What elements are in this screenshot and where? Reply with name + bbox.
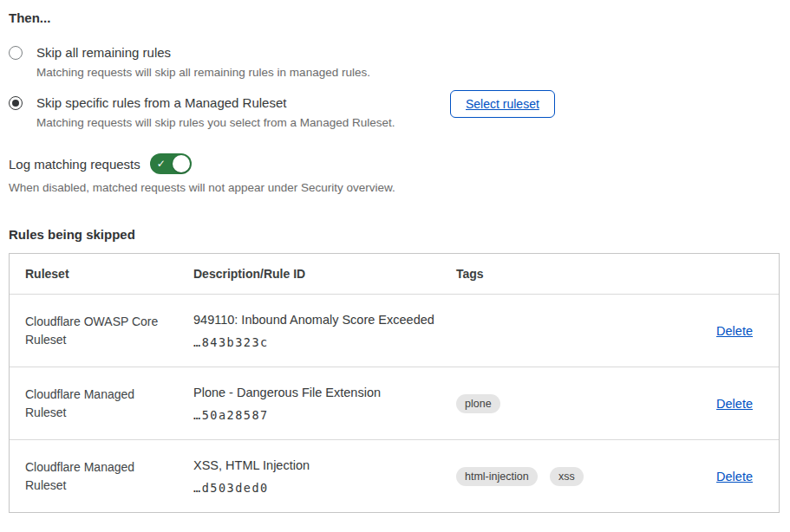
then-heading: Then... bbox=[9, 10, 780, 25]
toggle-knob bbox=[173, 155, 190, 172]
log-toggle-switch[interactable]: ✓ bbox=[150, 153, 192, 174]
option-skip-all-text: Skip all remaining rules Matching reques… bbox=[36, 44, 370, 80]
rule-id: …843b323c bbox=[193, 335, 444, 349]
description-cell: Plone - Dangerous File Extension …50a285… bbox=[193, 385, 456, 422]
radio-skip-all[interactable] bbox=[9, 46, 23, 60]
column-header-tags: Tags bbox=[456, 267, 692, 281]
description-cell: 949110: Inbound Anomaly Score Exceeded …… bbox=[193, 312, 456, 349]
check-icon: ✓ bbox=[157, 157, 166, 171]
rules-skipped-heading: Rules being skipped bbox=[9, 227, 780, 242]
rule-id: …50a28587 bbox=[193, 408, 444, 422]
ruleset-cell: Cloudflare Managed Ruleset bbox=[10, 386, 193, 422]
tags-cell: html-injection xss bbox=[456, 467, 692, 486]
waf-rule-action-panel: Then... Skip all remaining rules Matchin… bbox=[0, 0, 790, 513]
select-ruleset-button[interactable]: Select ruleset bbox=[450, 90, 555, 118]
description-cell: XSS, HTML Injection …d503ded0 bbox=[193, 457, 456, 495]
table-row: Cloudflare Managed Ruleset Plone - Dange… bbox=[10, 367, 779, 439]
option-label[interactable]: Skip all remaining rules bbox=[36, 44, 370, 62]
option-label[interactable]: Skip specific rules from a Managed Rules… bbox=[36, 94, 395, 112]
actions-cell: Delete bbox=[692, 469, 779, 484]
rule-description: 949110: Inbound Anomaly Score Exceeded bbox=[193, 312, 444, 328]
rule-description: Plone - Dangerous File Extension bbox=[193, 385, 444, 400]
log-matching-label: Log matching requests bbox=[9, 157, 140, 172]
tags-cell: plone bbox=[456, 394, 692, 413]
tag-pill: xss bbox=[550, 467, 584, 486]
actions-cell: Delete bbox=[692, 323, 779, 339]
delete-link[interactable]: Delete bbox=[716, 470, 753, 483]
rules-skipped-table: Ruleset Description/Rule ID Tags Cloudfl… bbox=[9, 253, 780, 513]
ruleset-cell: Cloudflare Managed Ruleset bbox=[10, 458, 193, 495]
ruleset-name: Cloudflare OWASP Core Ruleset bbox=[25, 313, 173, 349]
option-description: Matching requests will skip rules you se… bbox=[36, 115, 395, 130]
delete-link[interactable]: Delete bbox=[716, 324, 753, 338]
option-skip-specific: Skip specific rules from a Managed Rules… bbox=[9, 94, 780, 130]
tag-pill: plone bbox=[456, 394, 500, 413]
tag-pill: html-injection bbox=[456, 467, 538, 486]
column-header-ruleset: Ruleset bbox=[10, 267, 193, 281]
ruleset-cell: Cloudflare OWASP Core Ruleset bbox=[10, 313, 193, 349]
option-description: Matching requests will skip all remainin… bbox=[36, 65, 370, 80]
log-toggle-description: When disabled, matched requests will not… bbox=[9, 181, 780, 194]
option-skip-all: Skip all remaining rules Matching reques… bbox=[9, 44, 780, 80]
table-row: Cloudflare OWASP Core Ruleset 949110: In… bbox=[10, 294, 779, 367]
ruleset-name: Cloudflare Managed Ruleset bbox=[25, 386, 173, 422]
delete-link[interactable]: Delete bbox=[716, 397, 753, 411]
rule-description: XSS, HTML Injection bbox=[193, 457, 444, 473]
column-header-description: Description/Rule ID bbox=[193, 267, 456, 281]
log-matching-row: Log matching requests ✓ bbox=[9, 153, 780, 174]
rule-id: …d503ded0 bbox=[193, 481, 444, 495]
option-skip-specific-text: Skip specific rules from a Managed Rules… bbox=[36, 94, 395, 130]
radio-skip-specific[interactable] bbox=[9, 96, 23, 110]
table-header-row: Ruleset Description/Rule ID Tags bbox=[10, 254, 779, 294]
table-row: Cloudflare Managed Ruleset XSS, HTML Inj… bbox=[10, 439, 779, 512]
actions-cell: Delete bbox=[692, 396, 779, 412]
ruleset-name: Cloudflare Managed Ruleset bbox=[25, 458, 173, 495]
